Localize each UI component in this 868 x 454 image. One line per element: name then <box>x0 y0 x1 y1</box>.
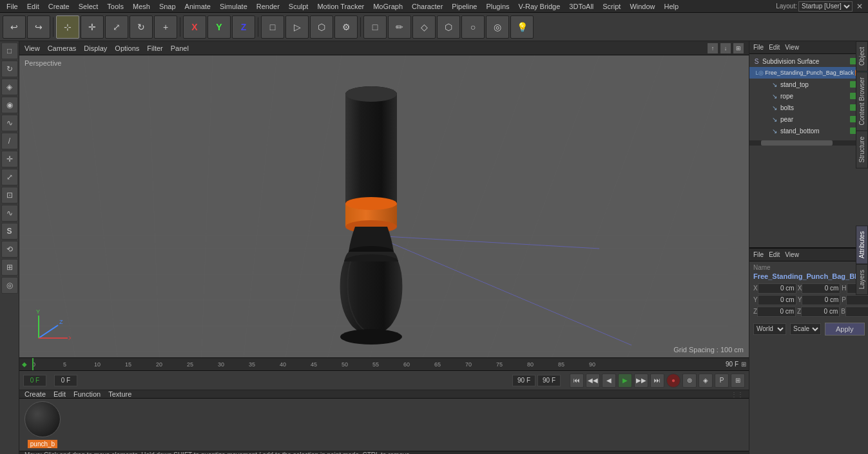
nurbs-button[interactable]: ◇ <box>412 15 436 39</box>
menu-character[interactable]: Character <box>408 1 447 12</box>
menu-snap[interactable]: Snap <box>155 1 180 12</box>
render-settings-button[interactable]: ⚙ <box>334 15 358 39</box>
left-tool-grid[interactable]: ⊞ <box>1 259 18 276</box>
select-tool-button[interactable]: ⊹ <box>56 15 79 39</box>
play-button[interactable]: ▶ <box>618 374 632 388</box>
tab-attributes[interactable]: Attributes <box>856 225 868 264</box>
menu-motion-tracker[interactable]: Motion Tracker <box>313 1 368 12</box>
left-tool-pen[interactable]: ∿ <box>1 205 18 222</box>
world-dropdown[interactable]: World Object <box>753 323 786 335</box>
tab-object[interactable]: Object <box>856 41 868 71</box>
left-tool-sphere[interactable]: ◎ <box>1 277 18 294</box>
menu-create[interactable]: Create <box>44 1 73 12</box>
close-icon[interactable]: ✕ <box>854 2 865 11</box>
z-axis-button[interactable]: Z <box>232 15 255 39</box>
tab-layers[interactable]: Layers <box>856 264 868 295</box>
bones-button[interactable]: ⊞ <box>731 374 745 388</box>
menu-render[interactable]: Render <box>253 1 284 12</box>
left-tool-expand[interactable]: ⤢ <box>1 169 18 185</box>
motion-button[interactable]: P <box>715 374 729 388</box>
render-to-po-button[interactable]: ⬡ <box>310 15 333 39</box>
obj-scrollbar[interactable] <box>749 140 868 146</box>
menu-3dtoall[interactable]: 3DToAll <box>565 1 597 12</box>
left-tool-texture[interactable]: ◈ <box>1 79 18 95</box>
camera-button[interactable]: ◎ <box>486 15 509 39</box>
end-frame-input[interactable] <box>512 375 535 386</box>
attr-y-pos-input[interactable] <box>758 295 796 305</box>
menu-sculpt[interactable]: Sculpt <box>285 1 313 12</box>
left-tool-slash[interactable]: / <box>1 133 18 149</box>
left-tool-select[interactable]: ⊡ <box>1 187 18 203</box>
rotate-tool-button[interactable]: ↻ <box>130 15 153 39</box>
scale-tool-button[interactable]: ⤢ <box>105 15 128 39</box>
mat-menu-create[interactable]: Create <box>24 390 46 398</box>
prev-frame-button[interactable]: ◀ <box>602 374 616 388</box>
keyframe-button[interactable]: ◈ <box>699 374 713 388</box>
vp-menu-options[interactable]: Options <box>115 44 139 52</box>
tab-content-browser[interactable]: Content Browser <box>856 71 868 131</box>
obj-row-punchbag[interactable]: L◎ Free_Standing_Punch_Bag_Black <box>749 67 868 79</box>
go-end-button[interactable]: ⏭ <box>650 374 664 388</box>
transform-tool-button[interactable]: + <box>154 15 177 39</box>
apply-button[interactable]: Apply <box>825 323 865 336</box>
left-tool-arrow[interactable]: ↻ <box>1 61 18 77</box>
prev-key-button[interactable]: ◀◀ <box>586 374 600 388</box>
menu-select[interactable]: Select <box>75 1 102 12</box>
fps-input[interactable] <box>537 375 561 386</box>
vp-layout-button[interactable]: ↓ <box>720 43 731 53</box>
attr-z-rot-input[interactable] <box>801 307 840 317</box>
menu-mesh[interactable]: Mesh <box>129 1 154 12</box>
attr-x-rot-input[interactable] <box>802 283 840 294</box>
y-axis-button[interactable]: Y <box>207 15 231 39</box>
vp-fullscreen-button[interactable]: ⊞ <box>733 43 744 53</box>
attr-p-input[interactable] <box>846 295 868 305</box>
auto-record-button[interactable]: ⊚ <box>682 374 697 388</box>
layout-dropdown[interactable]: Startup [User] <box>798 1 853 12</box>
lamp-button[interactable]: 💡 <box>510 15 534 39</box>
undo-button[interactable]: ↩ <box>3 15 26 39</box>
timeline-ruler[interactable]: ◆ 0 5 10 15 20 25 30 35 40 45 50 55 60 6… <box>19 357 749 370</box>
menu-script[interactable]: Script <box>599 1 624 12</box>
mat-menu-texture[interactable]: Texture <box>108 390 131 398</box>
obj-menu-view[interactable]: View <box>785 44 799 51</box>
menu-simulate[interactable]: Simulate <box>216 1 251 12</box>
frame-value-input[interactable] <box>54 375 77 386</box>
deformer-button[interactable]: ⬡ <box>437 15 460 39</box>
tl-expand-icon[interactable]: ⊞ <box>741 361 746 368</box>
light-button[interactable]: ○ <box>461 15 485 39</box>
spline-object-button[interactable]: ✏ <box>388 15 411 39</box>
menu-animate[interactable]: Animate <box>181 1 215 12</box>
obj-row-bolts[interactable]: ↘ bolts <box>749 102 868 113</box>
menu-window[interactable]: Window <box>626 1 659 12</box>
material-preview-ball[interactable] <box>24 401 61 437</box>
obj-row-rope[interactable]: ↘ rope <box>749 90 868 102</box>
menu-help[interactable]: Help <box>661 1 683 12</box>
vp-menu-view[interactable]: View <box>24 44 40 52</box>
attr-menu-view[interactable]: View <box>785 251 799 258</box>
vp-menu-display[interactable]: Display <box>84 44 107 52</box>
obj-row-pear[interactable]: ↘ pear <box>749 113 868 125</box>
menu-file[interactable]: File <box>3 1 22 12</box>
menu-mograph[interactable]: MoGraph <box>369 1 407 12</box>
obj-menu-file[interactable]: File <box>753 44 764 51</box>
attr-x-pos-input[interactable] <box>758 283 796 294</box>
attr-z-pos-input[interactable] <box>757 307 796 317</box>
menu-vray-bridge[interactable]: V-Ray Bridge <box>515 1 564 12</box>
cube-object-button[interactable]: □ <box>363 15 387 39</box>
go-start-button[interactable]: ⏮ <box>570 374 584 388</box>
scale-dropdown[interactable]: Scale <box>790 323 821 335</box>
left-tool-magnet[interactable]: ⟲ <box>1 241 18 258</box>
mat-menu-edit[interactable]: Edit <box>53 390 66 398</box>
menu-pipeline[interactable]: Pipeline <box>448 1 481 12</box>
left-tool-circle[interactable]: ◉ <box>1 97 18 113</box>
mat-menu-function[interactable]: Function <box>73 390 101 398</box>
attr-y-rot-input[interactable] <box>802 295 840 305</box>
attr-menu-file[interactable]: File <box>753 251 764 258</box>
obj-row-stand-bottom[interactable]: ↘ stand_bottom <box>749 125 868 137</box>
x-axis-button[interactable]: X <box>183 15 206 39</box>
vp-menu-filter[interactable]: Filter <box>147 44 162 52</box>
render-view-button[interactable]: ▷ <box>285 15 309 39</box>
left-tool-cube[interactable]: □ <box>1 43 18 59</box>
menu-edit[interactable]: Edit <box>23 1 43 12</box>
vp-menu-cameras[interactable]: Cameras <box>48 44 77 52</box>
